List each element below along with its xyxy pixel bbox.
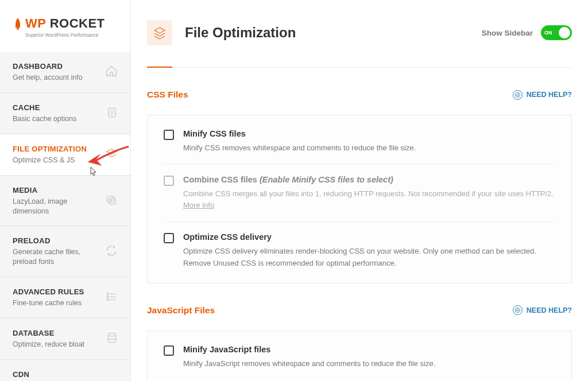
js-section-title: JavaScript Files: [147, 305, 215, 316]
css-section: CSS Files NEED HELP? Minify CSS files Mi…: [147, 68, 572, 283]
home-icon: [105, 65, 118, 80]
sidebar-item-database[interactable]: DATABASEOptimize, reduce bloat: [0, 318, 130, 360]
svg-point-16: [515, 308, 520, 313]
refresh-icon: [105, 244, 118, 259]
sidebar: WP ROCKET Superior WordPress Performance…: [0, 0, 131, 381]
sidebar-item-cache[interactable]: CACHEBasic cache options: [0, 93, 130, 134]
sidebar-item-preload[interactable]: PRELOADGenerate cache files, preload fon…: [0, 226, 130, 277]
need-help-link[interactable]: NEED HELP?: [513, 90, 572, 100]
svg-point-17: [516, 309, 519, 312]
page-title: File Optimization: [185, 25, 296, 41]
sidebar-item-dashboard[interactable]: DASHBOARDGet help, account info: [0, 52, 130, 93]
list-icon: [105, 291, 118, 305]
option-optimize-css-delivery: Optimize CSS delivery Optimize CSS deliv…: [164, 222, 555, 279]
svg-rect-0: [109, 108, 115, 116]
svg-rect-9: [107, 299, 109, 301]
sidebar-item-media[interactable]: MEDIALazyLoad, image dimensions: [0, 176, 130, 227]
svg-rect-5: [109, 199, 116, 204]
option-minify-css: Minify CSS files Minify CSS removes whit…: [164, 119, 555, 165]
svg-point-13: [108, 333, 115, 336]
svg-rect-7: [107, 293, 109, 295]
need-help-link[interactable]: NEED HELP?: [513, 305, 572, 315]
sidebar-item-file-optimization[interactable]: FILE OPTIMIZATIONOptimize CSS & JS: [0, 134, 130, 176]
page-header: File Optimization Show Sidebar ON: [147, 20, 572, 68]
js-section: JavaScript Files NEED HELP? Minify JavaS…: [147, 283, 572, 381]
layers-icon: [105, 147, 118, 162]
svg-point-14: [515, 92, 520, 97]
svg-point-6: [110, 200, 112, 201]
option-minify-js: Minify JavaScript files Minify JavaScrip…: [164, 335, 555, 380]
show-sidebar-label: Show Sidebar: [482, 29, 533, 37]
svg-point-15: [516, 94, 519, 96]
optimize-css-checkbox[interactable]: [164, 233, 174, 243]
rocket-icon: [13, 18, 23, 34]
css-section-title: CSS Files: [147, 90, 188, 100]
images-icon: [105, 194, 118, 208]
minify-js-checkbox[interactable]: [164, 345, 174, 356]
combine-css-checkbox: [164, 176, 174, 186]
show-sidebar-toggle[interactable]: ON: [541, 25, 572, 40]
lifesaver-icon: [513, 305, 523, 315]
layers-icon: [147, 20, 172, 45]
main-content: File Optimization Show Sidebar ON CSS Fi…: [131, 0, 588, 381]
file-icon: [106, 106, 118, 121]
sidebar-item-advanced-rules[interactable]: ADVANCED RULESFine-tune cache rules: [0, 277, 130, 318]
logo: WP ROCKET Superior WordPress Performance: [0, 0, 130, 52]
database-icon: [106, 332, 118, 347]
minify-css-checkbox[interactable]: [164, 130, 174, 140]
sidebar-item-cdn[interactable]: CDN: [0, 360, 130, 381]
svg-rect-8: [107, 296, 109, 298]
lifesaver-icon: [513, 90, 523, 100]
more-info-link[interactable]: More info: [183, 201, 214, 209]
option-combine-css: Combine CSS files (Enable Minify CSS fil…: [164, 165, 555, 222]
